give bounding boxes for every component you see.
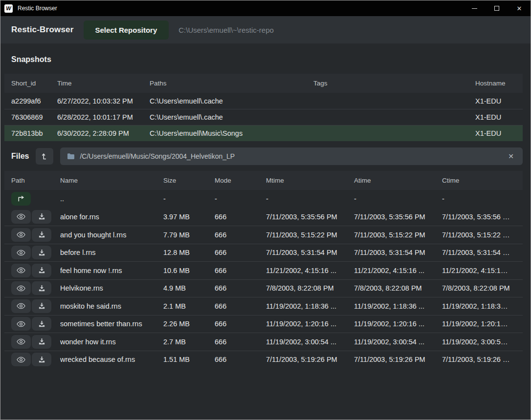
app-header: Restic-Browser Select Repository C:\User… [0,16,531,43]
snapshot-row[interactable]: 72b813bb 6/30/2022, 2:28:09 PM C:\Users\… [4,125,523,141]
column-header-time: Time [57,80,150,87]
clear-path-button[interactable]: ✕ [506,151,516,161]
current-path-value[interactable]: /C/Users/emuell/Music/Songs/2004_Helveti… [80,152,501,160]
snapshots-table-header: Short_id Time Paths Tags Hostname [4,74,523,93]
preview-file-button[interactable] [11,228,31,242]
download-file-button[interactable] [32,210,51,224]
snapshot-row[interactable]: 76306869 6/28/2022, 10:01:17 PM C:\Users… [4,109,523,125]
file-mode: 666 [215,284,266,292]
download-icon [38,213,45,220]
file-mtime: 7/11/2003, 5:15:22 PM [266,231,354,239]
eye-icon [17,357,25,363]
file-atime: 7/11/2003, 5:35:56 PM [354,213,442,221]
file-row[interactable]: sometimes better than.rns 2.26 MB 666 11… [4,315,523,333]
download-file-button[interactable] [32,335,51,349]
file-atime: 11/21/2002, 4:15:16 ... [354,267,442,274]
preview-file-button[interactable] [11,281,31,295]
snapshot-short-id: 72b813bb [11,129,57,137]
file-row[interactable]: before l.rns 12.8 MB 666 7/11/2003, 5:31… [4,244,523,262]
eye-icon [17,250,25,256]
eye-icon [17,285,25,292]
close-button[interactable]: ✕ [508,0,531,16]
eye-icon [17,321,25,327]
eye-icon [17,338,25,345]
preview-file-button[interactable] [11,210,31,224]
file-mtime: 7/8/2003, 8:22:08 PM [266,284,354,292]
preview-file-button[interactable] [11,317,31,331]
file-mtime: - [266,195,354,203]
up-level-icon [41,152,48,160]
maximize-button[interactable] [486,0,508,16]
file-row[interactable]: moskito he said.rns 2.1 MB 666 11/19/200… [4,297,523,315]
up-level-button[interactable] [36,148,53,165]
download-file-button[interactable] [32,317,51,331]
file-ctime: 7/11/2003, 5:35:56 PM [442,213,516,221]
preview-file-button[interactable] [11,299,31,313]
select-repository-button[interactable]: Select Repository [84,21,169,40]
snapshot-hostname: X1-EDU [475,97,516,105]
file-mode: 666 [215,320,266,328]
file-ctime: - [442,195,516,203]
preview-file-button[interactable] [11,353,31,366]
file-row[interactable]: wonder how it.rns 2.7 MB 666 11/19/2002,… [4,333,523,351]
file-mtime: 11/21/2002, 4:15:16 ... [266,267,354,274]
download-icon [38,267,45,274]
file-name: .. [60,195,163,203]
file-ctime: 11/21/2002, 4:15:16 ... [442,267,516,274]
download-file-button[interactable] [32,299,51,313]
download-icon [38,249,45,256]
minimize-icon [472,8,477,9]
window-title: Restic Browser [18,5,57,12]
files-bar: Files /C/Users/emuell/Music/Songs/2004_H… [4,147,523,165]
preview-file-button[interactable] [11,246,31,259]
preview-file-button[interactable] [11,264,31,277]
file-size: 4.9 MB [163,284,215,292]
file-row[interactable]: alone for.rns 3.97 MB 666 7/11/2003, 5:3… [4,208,523,226]
snapshot-paths: C:\Users\emuell\Music\Songs [150,129,313,137]
column-header-paths: Paths [150,80,313,87]
eye-icon [17,213,25,220]
go-up-directory-button[interactable] [11,192,31,206]
download-icon [38,356,45,363]
eye-icon [17,267,25,273]
file-mtime: 7/11/2003, 5:31:54 PM [266,249,354,256]
file-mode: 666 [215,302,266,310]
file-row[interactable]: and you thought l.rns 7.79 MB 666 7/11/2… [4,226,523,244]
app-name: Restic-Browser [11,25,74,35]
file-size: 7.79 MB [163,231,215,239]
file-row[interactable]: wrecked because of.rns 1.51 MB 666 7/11/… [4,351,523,369]
download-file-button[interactable] [32,353,51,366]
file-row[interactable]: feel home now !.rns 10.6 MB 666 11/21/20… [4,261,523,279]
snapshot-short-id: a2299af6 [11,97,57,105]
repository-path[interactable]: C:\Users\emuell\~\restic-repo [178,26,274,34]
column-header-tags: Tags [313,80,475,87]
current-path-field[interactable]: /C/Users/emuell/Music/Songs/2004_Helveti… [60,147,523,165]
file-size: 10.6 MB [163,267,215,274]
column-header-size: Size [163,177,215,184]
snapshot-short-id: 76306869 [11,113,57,121]
download-file-button[interactable] [32,264,51,277]
file-mode: - [215,195,266,203]
file-name: wonder how it.rns [60,338,163,346]
snapshot-row[interactable]: a2299af6 6/27/2022, 10:03:32 PM C:\Users… [4,93,523,109]
download-file-button[interactable] [32,228,51,242]
file-atime: - [354,195,442,203]
column-header-atime: Atime [354,177,442,184]
file-name: sometimes better than.rns [60,320,163,328]
download-file-button[interactable] [32,281,51,295]
download-file-button[interactable] [32,246,51,259]
snapshot-paths: C:\Users\emuell\.cache [150,97,313,105]
column-header-hostname: Hostname [475,80,516,87]
files-table-header: Path Name Size Mode Mtime Atime Ctime [4,171,523,190]
file-atime: 7/11/2003, 5:31:54 PM [354,249,442,256]
snapshot-hostname: X1-EDU [475,113,516,121]
snapshot-time: 6/28/2022, 10:01:17 PM [57,113,150,121]
file-ctime: 7/11/2003, 5:31:54 PM [442,249,516,256]
parent-directory-row[interactable]: .. - - - - - [4,190,523,208]
preview-file-button[interactable] [11,335,31,349]
file-row[interactable]: Helvikone.rns 4.9 MB 666 7/8/2003, 8:22:… [4,279,523,297]
app-logo-icon: W [4,4,13,13]
minimize-button[interactable] [463,0,486,16]
file-mode: 666 [215,338,266,346]
file-atime: 11/19/2002, 3:00:54 ... [354,338,442,346]
